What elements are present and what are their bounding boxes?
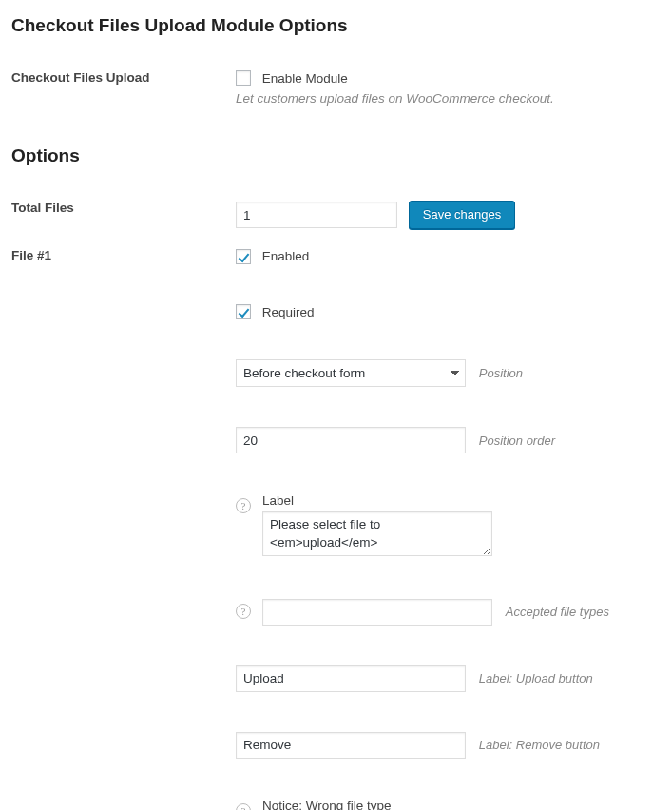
position-order-desc: Position order <box>479 434 555 448</box>
remove-button-label-input[interactable] <box>236 732 466 759</box>
help-icon[interactable]: ? <box>236 498 251 513</box>
label-field-heading: Label <box>262 493 661 508</box>
save-changes-button[interactable]: Save changes <box>409 201 515 229</box>
position-order-input[interactable] <box>236 427 466 453</box>
position-select[interactable]: Before checkout form <box>236 359 466 387</box>
upload-button-label-desc: Label: Upload button <box>479 671 593 685</box>
enable-module-label: Enable Module <box>262 71 348 86</box>
accepted-file-types-input[interactable] <box>262 599 492 626</box>
enable-module-checkbox[interactable] <box>236 70 251 86</box>
checkout-files-upload-label: Checkout Files Upload <box>11 61 236 115</box>
total-files-label: Total Files <box>11 191 236 239</box>
module-options-heading: Checkout Files Upload Module Options <box>11 15 661 36</box>
file-1-label: File #1 <box>11 239 236 810</box>
file-required-label: Required <box>262 305 315 319</box>
enable-module-description: Let customers upload files on WooCommerc… <box>236 91 661 106</box>
total-files-input[interactable] <box>236 202 397 228</box>
remove-button-label-desc: Label: Remove button <box>479 738 600 752</box>
position-desc: Position <box>479 366 523 380</box>
help-icon[interactable]: ? <box>236 803 251 810</box>
upload-button-label-input[interactable] <box>236 665 466 692</box>
options-heading: Options <box>11 145 661 166</box>
file-required-checkbox[interactable] <box>236 304 251 319</box>
file-enabled-checkbox[interactable] <box>236 249 251 264</box>
help-icon[interactable]: ? <box>236 604 251 619</box>
file-enabled-label: Enabled <box>262 249 310 263</box>
accepted-file-types-desc: Accepted file types <box>506 605 609 619</box>
label-textarea[interactable]: Please select file to <em>upload</em> <box>262 511 492 555</box>
notice-wrong-type-heading: Notice: Wrong file type <box>262 799 661 810</box>
